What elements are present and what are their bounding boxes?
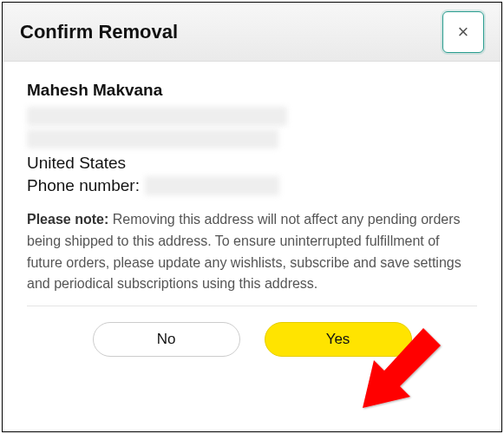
no-button-label: No [157, 331, 176, 348]
no-button[interactable]: No [93, 322, 240, 357]
phone-redacted [145, 176, 279, 195]
address-name: Mahesh Makvana [27, 81, 477, 100]
address-country: United States [27, 154, 477, 173]
phone-row: Phone number: [27, 176, 477, 195]
yes-button-label: Yes [326, 331, 350, 348]
dialog-title: Confirm Removal [20, 21, 178, 43]
dialog-header: Confirm Removal × [3, 3, 501, 62]
address-line-redacted [27, 129, 278, 148]
button-row: No Yes [27, 322, 477, 365]
close-icon: × [458, 21, 469, 43]
address-line-redacted [27, 107, 287, 126]
yes-button[interactable]: Yes [265, 322, 412, 357]
close-button[interactable]: × [442, 11, 484, 53]
dialog-content: Mahesh Makvana United States Phone numbe… [3, 62, 501, 374]
phone-label: Phone number: [27, 176, 140, 195]
removal-note: Please note: Removing this address will … [27, 209, 477, 295]
divider [27, 306, 477, 306]
confirm-removal-dialog: Confirm Removal × Mahesh Makvana United … [2, 2, 502, 432]
note-label: Please note: [27, 212, 108, 227]
